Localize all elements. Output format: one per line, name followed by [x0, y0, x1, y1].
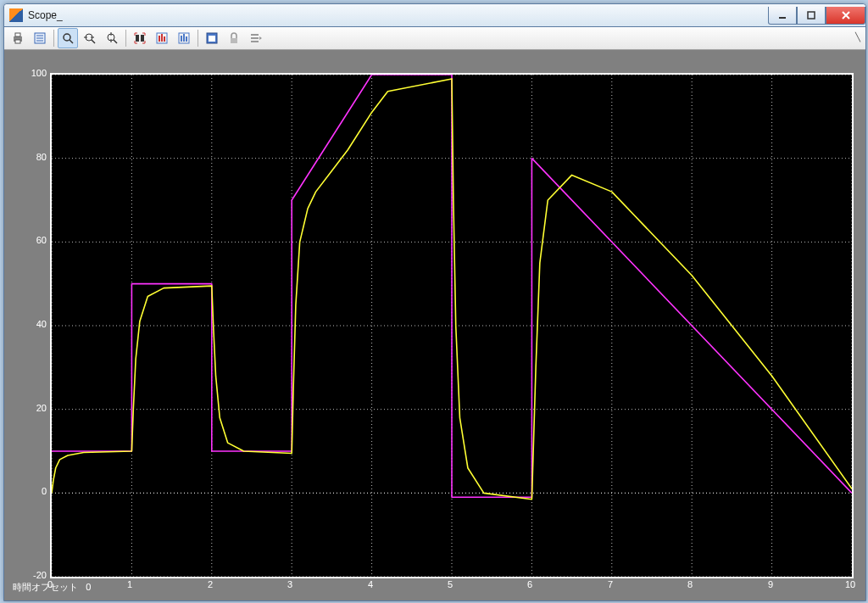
svg-rect-30: [209, 36, 215, 42]
ytick-label: -20: [33, 570, 47, 580]
xtick-label: 10: [845, 579, 855, 589]
ytick-label: 40: [36, 319, 47, 329]
ytick-label: 60: [36, 235, 47, 245]
plot-area[interactable]: [50, 73, 854, 578]
time-offset-text: 時間オフセット: [13, 582, 78, 592]
svg-rect-28: [186, 36, 187, 42]
zoom-x-icon[interactable]: [80, 28, 100, 48]
svg-rect-31: [231, 38, 237, 43]
svg-rect-26: [181, 36, 182, 42]
ytick-label: 0: [42, 486, 47, 496]
toolbar-overflow-icon[interactable]: ╲: [855, 32, 860, 42]
toolbar-separator: [198, 30, 198, 47]
svg-rect-19: [136, 35, 139, 42]
xtick-label: 8: [687, 579, 693, 589]
restore-axes-icon[interactable]: [152, 28, 172, 48]
toolbar: ╲: [4, 27, 865, 50]
autoscale-icon[interactable]: [130, 28, 150, 48]
titlebar[interactable]: Scope_: [4, 4, 865, 27]
matlab-icon: [9, 8, 23, 22]
xtick-label: 3: [287, 579, 292, 589]
time-offset-label: 時間オフセット 0: [13, 581, 91, 594]
signal-selector-icon[interactable]: [246, 28, 266, 48]
scope-body: 100 80 60 40 20 0 -20 0 1 2 3 4 5 6 7 8 …: [4, 50, 865, 600]
svg-point-9: [64, 34, 70, 41]
xtick-label: 5: [448, 579, 453, 589]
zoom-box-icon[interactable]: [58, 28, 78, 48]
toolbar-separator: [53, 30, 54, 47]
svg-line-18: [114, 40, 117, 43]
svg-rect-23: [161, 34, 163, 42]
save-axes-icon[interactable]: [174, 28, 194, 48]
svg-line-14: [92, 40, 95, 43]
window-title: Scope_: [28, 9, 768, 21]
window-buttons: [768, 7, 865, 24]
ytick-label: 100: [31, 68, 47, 78]
svg-rect-27: [183, 34, 185, 42]
time-offset-value: 0: [86, 582, 91, 592]
ytick-label: 80: [36, 152, 47, 162]
close-button[interactable]: [826, 7, 865, 25]
float-icon[interactable]: [202, 28, 222, 48]
parameters-icon[interactable]: [30, 28, 50, 48]
svg-rect-20: [141, 35, 144, 42]
svg-rect-22: [159, 36, 160, 42]
xtick-label: 9: [768, 579, 773, 589]
print-icon[interactable]: [8, 28, 28, 48]
minimize-button[interactable]: [768, 7, 797, 25]
xtick-label: 4: [368, 579, 373, 589]
svg-rect-4: [15, 40, 20, 43]
xtick-label: 6: [527, 579, 532, 589]
svg-rect-1: [808, 12, 815, 19]
lock-icon[interactable]: [224, 28, 244, 48]
xtick-label: 7: [608, 579, 613, 589]
svg-rect-3: [15, 33, 20, 36]
svg-line-10: [70, 40, 73, 43]
xtick-label: 1: [127, 579, 132, 589]
svg-rect-24: [164, 36, 165, 42]
zoom-y-icon[interactable]: [102, 28, 122, 48]
ytick-label: 20: [36, 403, 47, 413]
toolbar-separator: [125, 30, 126, 47]
xtick-label: 2: [208, 579, 213, 589]
scope-window: Scope_: [3, 3, 866, 601]
maximize-button[interactable]: [797, 7, 826, 25]
